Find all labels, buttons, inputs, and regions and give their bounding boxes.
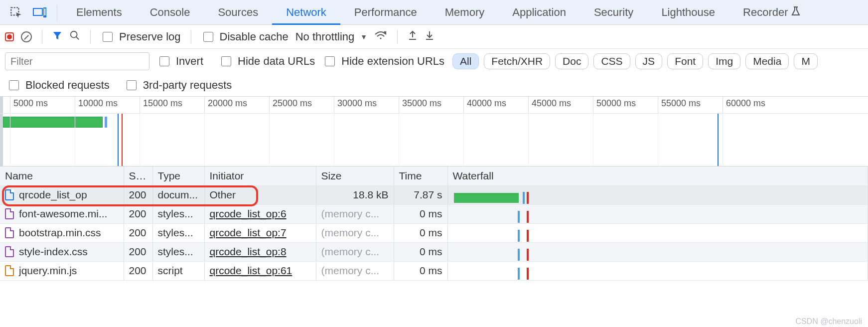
col-name[interactable]: Name	[0, 166, 124, 185]
throttling-label: No throttling	[295, 30, 355, 43]
filter-pill-all[interactable]: All	[452, 53, 479, 69]
search-icon[interactable]	[69, 30, 80, 44]
blocked-requests-checkbox[interactable]: Blocked requests	[7, 79, 110, 92]
cell-initiator[interactable]: qrcode_list_op:8	[204, 242, 316, 261]
cell-type: docum...	[152, 185, 204, 204]
cell-status: 200	[124, 204, 152, 223]
timeline-tick: 45000 ms	[528, 97, 571, 113]
cell-initiator[interactable]: qrcode_list_op:61	[204, 261, 316, 280]
cell-type: styles...	[152, 223, 204, 242]
invert-checkbox[interactable]: Invert	[157, 55, 203, 68]
filter-pill-img[interactable]: Img	[708, 53, 740, 69]
filter-input[interactable]	[5, 52, 149, 70]
table-row[interactable]: qrcode_list_op200docum...Other18.8 kB7.8…	[0, 185, 868, 204]
col-time[interactable]: Time	[394, 166, 447, 185]
disable-cache-label: Disable cache	[220, 30, 289, 43]
col-waterfall[interactable]: Waterfall	[447, 166, 868, 185]
third-party-checkbox[interactable]: 3rd-party requests	[125, 79, 232, 92]
svg-point-5	[71, 31, 77, 37]
cell-time: 0 ms	[394, 242, 447, 261]
hide-data-urls-checkbox[interactable]: Hide data URLs	[219, 55, 315, 68]
timeline-bar	[105, 117, 107, 128]
import-har-icon[interactable]	[425, 30, 434, 44]
filter-pill-font[interactable]: Font	[667, 53, 703, 69]
cell-size: (memory c...	[316, 261, 394, 280]
col-size[interactable]: Size	[316, 166, 394, 185]
waterfall-dcl-tick	[518, 230, 520, 242]
tab-performance[interactable]: Performance	[340, 0, 431, 25]
tab-recorder[interactable]: Recorder	[729, 0, 814, 25]
svg-rect-3	[44, 8, 46, 15]
chevron-down-icon: ▼	[360, 33, 367, 41]
cell-time: 0 ms	[394, 223, 447, 242]
request-name: bootstrap.min.css	[19, 227, 101, 239]
cell-waterfall	[447, 204, 868, 223]
device-icon[interactable]	[28, 0, 52, 25]
tab-elements[interactable]: Elements	[62, 0, 136, 25]
tab-security[interactable]: Security	[580, 0, 647, 25]
file-css-icon	[5, 246, 14, 257]
timeline-tick: 60000 ms	[723, 97, 765, 113]
filter-pill-doc[interactable]: Doc	[555, 53, 588, 69]
tab-lighthouse[interactable]: Lighthouse	[647, 0, 729, 25]
cell-status: 200	[124, 261, 152, 280]
cell-initiator: Other	[204, 185, 316, 204]
filter-icon[interactable]	[52, 30, 62, 43]
cell-time: 7.87 s	[394, 185, 447, 204]
tab-sources[interactable]: Sources	[204, 0, 272, 25]
col-status[interactable]: St...	[124, 166, 152, 185]
cell-initiator[interactable]: qrcode_list_op:6	[204, 204, 316, 223]
network-conditions-icon[interactable]	[374, 30, 387, 43]
tab-application[interactable]: Application	[498, 0, 580, 25]
request-table: Name St... Type Initiator Size Time Wate…	[0, 166, 868, 281]
filter-pill-m[interactable]: M	[794, 53, 818, 69]
table-row[interactable]: jquery.min.js200scriptqrcode_list_op:61(…	[0, 261, 868, 280]
timeline-gridline	[593, 114, 593, 166]
throttling-select[interactable]: No throttling ▼	[295, 30, 367, 43]
filter-pill-css[interactable]: CSS	[593, 53, 630, 69]
clear-button[interactable]	[21, 31, 32, 42]
timeline-gridline	[463, 114, 464, 166]
preserve-log-checkbox[interactable]: Preserve log	[101, 30, 181, 43]
table-row[interactable]: font-awesome.mi...200styles...qrcode_lis…	[0, 204, 868, 223]
cell-waterfall	[447, 185, 868, 204]
timeline-tick: 30000 ms	[334, 97, 377, 113]
filter-pill-fetch-xhr[interactable]: Fetch/XHR	[484, 53, 550, 69]
export-har-icon[interactable]	[408, 30, 418, 44]
tab-network[interactable]: Network	[272, 0, 340, 25]
tab-memory[interactable]: Memory	[431, 0, 498, 25]
tab-console[interactable]: Console	[136, 0, 204, 25]
request-table-wrapper: Name St... Type Initiator Size Time Wate…	[0, 166, 868, 281]
timeline-tick: 20000 ms	[204, 97, 247, 113]
timeline-gridline	[658, 114, 658, 166]
request-name: qrcode_list_op	[19, 189, 87, 201]
table-row[interactable]: style-index.css200styles...qrcode_list_o…	[0, 242, 868, 261]
timeline-ruler: 5000 ms10000 ms15000 ms20000 ms25000 ms3…	[0, 97, 868, 114]
waterfall-load-tick	[527, 268, 529, 280]
invert-label: Invert	[176, 55, 203, 68]
col-type[interactable]: Type	[152, 166, 204, 185]
cell-status: 200	[124, 223, 152, 242]
cell-waterfall	[447, 223, 868, 242]
timeline-tick: 55000 ms	[658, 97, 701, 113]
inspect-icon[interactable]	[4, 0, 28, 25]
filter-pill-media[interactable]: Media	[745, 53, 789, 69]
overview-timeline[interactable]: 5000 ms10000 ms15000 ms20000 ms25000 ms3…	[0, 97, 868, 166]
disable-cache-checkbox[interactable]: Disable cache	[201, 30, 289, 43]
col-initiator[interactable]: Initiator	[204, 166, 316, 185]
cell-initiator[interactable]: qrcode_list_op:7	[204, 223, 316, 242]
filter-pill-js[interactable]: JS	[635, 53, 663, 69]
waterfall-load-tick	[527, 249, 529, 261]
waterfall-bar	[454, 193, 519, 203]
timeline-gridline	[528, 114, 529, 166]
timeline-gridline	[75, 114, 75, 166]
record-button[interactable]	[5, 32, 14, 41]
timeline-tick: 5000 ms	[10, 97, 48, 113]
timeline-tick: 40000 ms	[463, 97, 506, 113]
timeline-gridline	[204, 114, 205, 166]
table-row[interactable]: bootstrap.min.css200styles...qrcode_list…	[0, 223, 868, 242]
cell-size: (memory c...	[316, 223, 394, 242]
filter-bar: Invert Hide data URLs Hide extension URL…	[0, 49, 868, 74]
hide-extension-urls-checkbox[interactable]: Hide extension URLs	[323, 55, 444, 68]
separator	[57, 4, 57, 20]
